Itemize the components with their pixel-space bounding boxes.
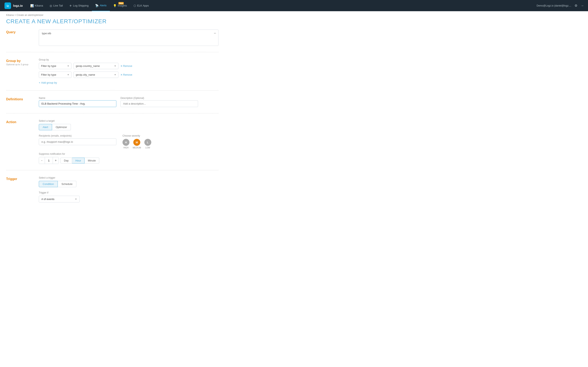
recipients-label: Recipients (emails, endpoints) <box>39 134 116 137</box>
nav-live-tail[interactable]: ◎ Live Tail <box>46 0 66 11</box>
trigger-section: Trigger Select a trigger Condition Sched… <box>6 176 218 209</box>
group-by-row-1: Filter by type ▼ geoip.country_name ▼ ✕ … <box>39 63 218 69</box>
recipients-section: Recipients (emails, endpoints) <box>39 134 116 145</box>
user-menu[interactable]: Demo@Logz.io (daniel@logz.... <box>536 4 571 7</box>
nav-alerts-label: Alerts <box>100 4 107 7</box>
remove-group-2-button[interactable]: ✕ Remove <box>121 73 132 76</box>
query-section: Query type:elb ✏ <box>6 30 218 52</box>
time-day-button[interactable]: Day <box>61 158 72 164</box>
remove-group-1-button[interactable]: ✕ Remove <box>121 65 132 67</box>
log-shipping-icon: ✈ <box>69 4 72 7</box>
name-input[interactable] <box>39 100 116 107</box>
recipients-input[interactable] <box>39 138 116 145</box>
trigger-if-label: Trigger if <box>39 191 218 194</box>
group-by-field-select-2[interactable]: geoip.city_name ▼ <box>73 72 118 78</box>
elk-apps-icon: ⬡ <box>134 4 136 7</box>
query-value: type:elb <box>42 32 51 35</box>
trigger-section-label: Trigger <box>6 176 39 181</box>
severity-low[interactable]: L LOW <box>144 139 151 149</box>
trigger-section-body: Select a trigger Condition Schedule Trig… <box>39 176 218 202</box>
add-group-label: Add group by <box>41 81 57 84</box>
severity-options: H HIGH M MEDIUM L <box>122 139 151 149</box>
time-minute-button[interactable]: Minute <box>85 158 99 164</box>
insights-badge: New <box>118 2 124 4</box>
chevron-down-icon: ▼ <box>67 74 69 76</box>
definitions-section-label: Definitions <box>6 97 39 101</box>
trigger-if-value: # of events <box>42 198 54 201</box>
suppress-label: Suppress notification for <box>39 152 218 155</box>
group-by-section: Group by Optional up to 3 group Group by… <box>6 58 218 91</box>
group-by-row-2: Filter by type ▼ geoip.city_name ▼ ✕ Rem… <box>39 72 218 78</box>
nav-live-tail-label: Live Tail <box>53 4 63 7</box>
insights-icon: 💡 <box>113 4 117 7</box>
nav-elk-apps-label: ELK Apps <box>137 4 149 7</box>
action-section-label: Action <box>6 119 39 124</box>
breadcrumb-kibana[interactable]: Kibana <box>6 14 14 17</box>
description-field: Description (Optional) <box>121 97 198 107</box>
chevron-down-icon: ▼ <box>75 198 77 200</box>
plus-icon: + <box>39 81 40 84</box>
severity-medium-label: MEDIUM <box>133 147 141 149</box>
schedule-button[interactable]: Schedule <box>58 181 76 187</box>
logo[interactable]: lz logz.io <box>4 2 23 9</box>
settings-button[interactable]: ⚙ <box>575 4 577 8</box>
chevron-down-icon: ▼ <box>114 74 116 76</box>
action-section: Action Select a target Alert Optimizer R… <box>6 119 218 170</box>
logo-text: logz.io <box>13 4 23 7</box>
time-hour-button[interactable]: Hour <box>72 158 85 164</box>
severity-low-label: LOW <box>145 147 150 149</box>
nav-alerts[interactable]: 📡 Alerts <box>92 0 110 11</box>
breadcrumb-current: Create an alert/optimizer <box>17 14 43 17</box>
severity-high-label: HIGH <box>123 147 129 149</box>
query-section-label: Query <box>6 30 39 34</box>
trigger-if-select[interactable]: # of events ▼ <box>39 196 80 202</box>
group-by-section-label: Group by Optional up to 3 group <box>6 58 39 66</box>
alert-button[interactable]: Alert <box>39 124 52 130</box>
condition-button[interactable]: Condition <box>39 181 58 187</box>
kibana-icon: 📊 <box>30 4 34 7</box>
nav-kibana[interactable]: 📊 Kibana <box>27 0 46 11</box>
live-tail-icon: ◎ <box>50 4 52 7</box>
name-field: Name <box>39 97 116 107</box>
severity-high-circle: H <box>122 139 130 146</box>
nav-log-shipping[interactable]: ✈ Log Shipping <box>66 0 92 11</box>
suppress-num-box: - + <box>39 157 59 164</box>
group-by-type-select-2[interactable]: Filter by type ▼ <box>39 72 71 78</box>
remove-2-x-icon: ✕ <box>121 73 122 76</box>
suppress-row: - + Day Hour Minute <box>39 157 218 164</box>
description-input[interactable] <box>121 100 198 107</box>
severity-medium-circle: M <box>133 139 140 146</box>
trigger-button-group: Condition Schedule <box>39 181 218 187</box>
main-content: Query type:elb ✏ Group by Optional up to… <box>0 30 225 227</box>
trigger-select-label: Select a trigger <box>39 176 218 179</box>
recipients-row: Recipients (emails, endpoints) Choose se… <box>39 134 218 149</box>
time-button-group: Day Hour Minute <box>61 158 99 164</box>
optimizer-button[interactable]: Optimizer <box>52 124 71 130</box>
nav-elk-apps[interactable]: ⬡ ELK Apps <box>130 0 152 11</box>
query-section-body: type:elb ✏ <box>39 30 218 46</box>
suppress-minus-button[interactable]: - <box>39 157 45 164</box>
logout-button[interactable]: → <box>581 4 584 8</box>
group-by-section-body: Group by Filter by type ▼ geoip.country_… <box>39 58 218 84</box>
add-group-by-button[interactable]: + Add group by <box>39 81 57 84</box>
nav-insights[interactable]: 💡 Insights New <box>110 0 130 11</box>
query-box[interactable]: type:elb ✏ <box>39 30 218 46</box>
page-title: CREATE A NEW ALERT/OPTIMIZER <box>0 18 588 30</box>
alerts-icon: 📡 <box>95 4 99 7</box>
suppress-plus-button[interactable]: + <box>53 157 59 164</box>
chevron-down-icon: ▼ <box>114 65 116 67</box>
query-edit-icon[interactable]: ✏ <box>214 32 216 35</box>
action-section-body: Select a target Alert Optimizer Recipien… <box>39 119 218 164</box>
remove-1-x-icon: ✕ <box>121 65 122 67</box>
target-button-group: Alert Optimizer <box>39 124 218 130</box>
severity-medium[interactable]: M MEDIUM <box>133 139 141 149</box>
chevron-down-icon: ▼ <box>67 65 69 67</box>
definitions-row: Name Description (Optional) <box>39 97 218 107</box>
nav-log-shipping-label: Log Shipping <box>73 4 89 7</box>
suppress-value-input[interactable] <box>45 157 53 164</box>
navbar-right: Demo@Logz.io (daniel@logz.... ⚙ → <box>536 4 584 8</box>
group-by-field-select-1[interactable]: geoip.country_name ▼ <box>73 63 118 69</box>
severity-high[interactable]: H HIGH <box>122 139 130 149</box>
group-by-type-select-1[interactable]: Filter by type ▼ <box>39 63 71 69</box>
severity-section: Choose severity H HIGH M MEDIU <box>122 134 151 149</box>
